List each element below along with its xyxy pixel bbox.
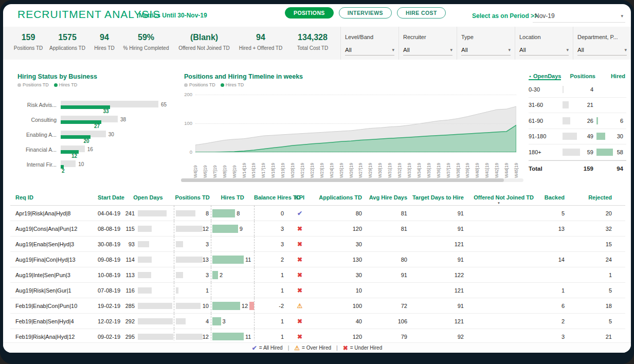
scrollbar-thumb[interactable] <box>181 178 504 182</box>
bucket-hired-cell: 30 <box>595 129 625 144</box>
applications-value: 120 <box>314 334 362 340</box>
filter-value: All <box>577 47 584 53</box>
open-days-value: 241 <box>122 210 136 216</box>
table-row[interactable]: Feb19|Risk|Ana|Hyd|1209-02-1929512111✖12… <box>10 329 625 340</box>
column-header-applications-td[interactable]: Applications TD <box>314 190 362 205</box>
table-row[interactable]: Aug19|Inte|Sen|Pun|310-08-19113321✖30911… <box>10 267 625 283</box>
bar-row[interactable]: Risk Advis...6533 <box>10 100 178 115</box>
table-row[interactable]: Aug19|Risk|Sen|Gur|107-08-1911611✖101211… <box>10 283 625 298</box>
column-header-balance-hires-td[interactable]: Balance Hires TD <box>254 190 286 205</box>
bar-row[interactable]: Consulting3827 <box>10 115 178 130</box>
x-tick-label: W44|19 <box>504 154 509 178</box>
chart-title: Hiring Status by Business <box>17 73 178 80</box>
nav-button-interviews[interactable]: INTERVIEWS <box>339 7 392 19</box>
column-header-positions[interactable]: Positions <box>561 73 595 79</box>
positions-legend-dot <box>184 83 188 87</box>
bar-row[interactable]: Enabling A...3020 <box>10 130 178 144</box>
positions-bar <box>176 318 186 324</box>
x-tick-label: W25|19 <box>339 154 344 178</box>
table-row[interactable]: Apr19|Risk|Ana|Hyd|804-04-19241880✔80819… <box>10 206 625 221</box>
kpi-value: 94 <box>236 33 286 42</box>
y-tick-label: 200 <box>184 92 192 97</box>
table-row[interactable]: Feb19|Enab|Con|Pun|1019-02-192851012-2⚠1… <box>10 298 625 314</box>
filter-label: Recruiter <box>403 34 452 40</box>
balance-hires-value: 3 <box>254 221 286 236</box>
column-header-label: Target Days to Hire <box>412 194 464 201</box>
column-header-backed[interactable]: Backed <box>534 190 573 205</box>
column-header-target-days-to-hire[interactable]: Target Days to Hire <box>407 190 464 205</box>
column-header-kpi[interactable]: KPI <box>286 190 314 205</box>
column-header-hires-td[interactable]: Hires TD <box>211 190 254 205</box>
avg-hire-days-value: 72 <box>362 303 407 309</box>
x-tick-label: W45|19 <box>514 154 519 178</box>
table-row[interactable]: Feb19|Enab|Sen|Hyd|412-02-19292431✖40106… <box>10 314 625 329</box>
bar-row[interactable]: Financial A...1612 <box>10 144 178 159</box>
column-header-avg-hire-days[interactable]: Avg Hire Days <box>362 190 407 205</box>
kpi-label: Offered Not Joined TD <box>173 45 236 51</box>
bucket-row[interactable]: 0-304 <box>529 82 626 98</box>
column-header-positions-td[interactable]: Positions TD <box>174 190 211 205</box>
hires-bar <box>212 225 238 233</box>
filter-dropdown-recruiter[interactable]: All▾ <box>403 44 452 56</box>
bucket-positions-cell: 59 <box>561 144 595 160</box>
filter-dropdown-type[interactable]: All▾ <box>461 44 511 56</box>
backed-value: 14 <box>534 257 573 263</box>
bucket-positions-cell: 21 <box>561 98 595 113</box>
x-tick-label: W6|19 <box>203 154 208 178</box>
kpi-hired-offered-td: 94Hired + Offered TD <box>236 27 286 60</box>
filter-dropdown-level-band[interactable]: All▾ <box>345 44 394 56</box>
nav-button-positions[interactable]: POSITIONS <box>285 7 334 19</box>
open-days-bar <box>138 303 172 309</box>
x-tick-label: W26|19 <box>349 154 354 178</box>
total-hired: 94 <box>595 166 625 172</box>
table-row[interactable]: Aug19|Cons|Ana|Pun|1208-08-191151293✖120… <box>10 221 625 236</box>
rejected-value: 5 <box>573 287 625 294</box>
bucket-row[interactable]: 31-6021 <box>529 98 626 114</box>
x-tick-label: W20|19 <box>290 154 295 178</box>
y-tick-label: 0 <box>190 149 192 155</box>
positions-bar <box>176 287 178 294</box>
bucket-row[interactable]: 180+5958 <box>529 144 626 160</box>
gridline <box>195 123 516 124</box>
nav-buttons: POSITIONSINTERVIEWSHIRE COST <box>285 7 446 19</box>
column-header-label: Rejected <box>588 194 612 201</box>
period-dropdown[interactable]: Nov-19 ▾ <box>533 9 625 23</box>
open-days-value: 285 <box>122 303 136 309</box>
hires-legend-dot <box>54 83 58 87</box>
table-row[interactable]: Aug19|Fina|Con|Hyd|1309-08-1911413112✖13… <box>10 252 625 267</box>
column-header-offered-not-joined-td[interactable]: Offered Not Joined TD▼ <box>464 190 534 205</box>
positions-bar <box>176 257 203 263</box>
column-header-req-id[interactable]: Req ID <box>15 190 98 205</box>
under-hired-icon: ✖ <box>297 225 302 232</box>
filter-dropdown-location[interactable]: All▾ <box>519 44 569 56</box>
column-header-hired[interactable]: Hired <box>595 73 625 79</box>
positions-cell: 4 <box>174 314 211 329</box>
horizontal-scrollbar[interactable] <box>181 178 523 182</box>
column-header-start-date[interactable]: Start Date <box>98 190 122 205</box>
hires-cell: 12 <box>211 298 254 313</box>
column-header-open-days[interactable]: Open Days <box>122 190 174 205</box>
applications-value: 30 <box>314 241 362 247</box>
filter-value: All <box>519 47 526 53</box>
column-header-label: Open Days <box>133 194 162 201</box>
hiring-status-bars: Risk Advis...6533Consulting3827Enabling … <box>10 100 178 174</box>
total-label: Total <box>529 166 561 172</box>
bar-row[interactable]: Internal Fir...102 <box>10 159 178 174</box>
open-days-bar <box>138 241 149 247</box>
x-tick-label: W40|19 <box>475 154 480 178</box>
kpi-hires-td: 94Hires TD <box>89 27 119 60</box>
open-days-value: 114 <box>122 257 136 263</box>
bucket-row[interactable]: 91-1804930 <box>529 129 626 145</box>
hires-value: 33 <box>103 108 108 114</box>
bucket-row[interactable]: 61-90266 <box>529 113 626 129</box>
metrics-until-label: Metrics Until 30-Nov-19 <box>139 12 207 19</box>
filter-level-band: Level/BandAll▾ <box>340 27 398 60</box>
column-header-opendays[interactable]: ▲ OpenDays <box>529 73 561 79</box>
filter-dropdown-department-p[interactable]: All▾ <box>577 44 627 56</box>
nav-button-hire-cost[interactable]: HIRE COST <box>397 7 446 19</box>
balance-hires-value: 1 <box>254 329 286 340</box>
table-row[interactable]: Aug19|Enab|Sen|Hyd|330-08-199333✖3012115 <box>10 236 625 252</box>
x-tick-label: W39|19 <box>465 154 470 178</box>
column-header-rejected[interactable]: Rejected <box>573 190 625 205</box>
legend-label: Positions TD <box>23 82 49 87</box>
